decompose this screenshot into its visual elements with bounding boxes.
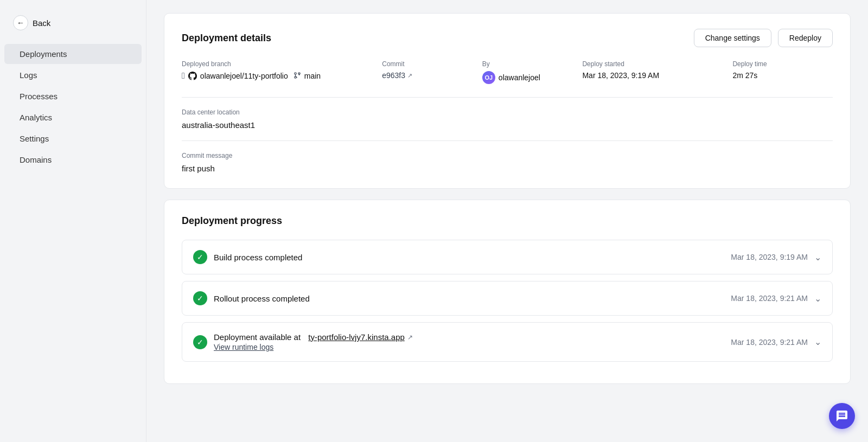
deployment-details-card: Deployment details Change settings Redep… <box>164 13 851 189</box>
rollout-process-right: Mar 18, 2023, 9:21 AM ⌄ <box>731 293 821 304</box>
deployment-available-date: Mar 18, 2023, 9:21 AM <box>731 338 808 347</box>
build-process-date: Mar 18, 2023, 9:19 AM <box>731 253 808 261</box>
avatar: OJ <box>482 71 495 84</box>
change-settings-button[interactable]: Change settings <box>694 29 771 47</box>
deployment-progress-card: Deployment progress ✓ Build process comp… <box>164 200 851 384</box>
deploy-started-col: Deploy started Mar 18, 2023, 9:19 AM <box>582 60 732 84</box>
details-grid: Deployed branch  olawanlejoel/11ty-port… <box>182 60 833 84</box>
build-process-label: Build process completed <box>214 253 302 262</box>
sidebar: ← Back Deployments Logs Processes Analyt… <box>0 0 146 442</box>
sidebar-item-label: Deployments <box>20 49 67 59</box>
build-process-left: ✓ Build process completed <box>193 250 302 264</box>
sidebar-item-deployments[interactable]: Deployments <box>4 44 142 64</box>
github-icon <box>188 72 197 80</box>
svg-point-0 <box>294 72 296 74</box>
sidebar-item-label: Analytics <box>20 113 52 122</box>
commit-label: Commit <box>382 60 482 71</box>
by-label: By <box>482 60 583 71</box>
sidebar-item-label: Settings <box>20 134 49 143</box>
deploy-started-label: Deploy started <box>582 60 732 71</box>
commit-value[interactable]: e963f3 ↗ <box>382 71 482 80</box>
branch-icon <box>293 72 301 81</box>
chat-bubble-button[interactable] <box>829 403 855 429</box>
branch-value: main <box>304 72 321 80</box>
build-process-right: Mar 18, 2023, 9:19 AM ⌄ <box>731 252 821 262</box>
external-link-icon: ↗ <box>407 334 413 341</box>
chevron-down-icon: ⌄ <box>814 252 821 262</box>
by-value: OJ olawanlejoel <box>482 71 583 84</box>
deployment-available-label: Deployment available at <box>214 332 301 342</box>
chevron-down-icon: ⌄ <box>814 337 821 347</box>
deploy-time-value: 2m 27s <box>732 71 833 80</box>
main-content: Deployment details Change settings Redep… <box>146 0 868 442</box>
chat-icon <box>835 409 848 422</box>
build-process-item[interactable]: ✓ Build process completed Mar 18, 2023, … <box>182 240 833 274</box>
external-link-icon: ↗ <box>407 72 412 79</box>
sidebar-item-processes[interactable]: Processes <box>4 86 142 106</box>
sidebar-item-label: Processes <box>20 92 58 101</box>
check-icon-rollout: ✓ <box>193 291 207 305</box>
chevron-down-icon: ⌄ <box>814 293 821 304</box>
deployment-available-right: Mar 18, 2023, 9:21 AM ⌄ <box>731 337 821 347</box>
deployed-branch-label: Deployed branch <box>182 60 382 71</box>
deployment-available-left: ✓ Deployment available at ty-portfolio-l… <box>193 332 413 351</box>
back-label: Back <box>33 18 50 28</box>
deploy-started-value: Mar 18, 2023, 9:19 AM <box>582 71 732 80</box>
divider <box>182 97 833 98</box>
deploy-time-label: Deploy time <box>732 60 833 71</box>
redeploy-button[interactable]: Redeploy <box>778 29 833 47</box>
sidebar-item-settings[interactable]: Settings <box>4 129 142 149</box>
rollout-process-left: ✓ Rollout process completed <box>193 291 310 305</box>
deploy-time-col: Deploy time 2m 27s <box>732 60 833 84</box>
deployed-branch-col: Deployed branch  olawanlejoel/11ty-port… <box>182 60 382 84</box>
deployed-branch-value:  olawanlejoel/11ty-portfolio main <box>182 71 382 81</box>
check-icon-available: ✓ <box>193 335 207 349</box>
card-header: Deployment details Change settings Redep… <box>182 29 833 47</box>
github-icon:  <box>182 71 185 81</box>
data-center-label: Data center location <box>182 108 833 116</box>
deployment-progress-title: Deployment progress <box>182 215 282 227</box>
data-center-section: Data center location australia-southeast… <box>182 108 833 130</box>
sidebar-item-analytics[interactable]: Analytics <box>4 107 142 127</box>
sidebar-item-label: Logs <box>20 71 37 80</box>
commit-col: Commit e963f3 ↗ <box>382 60 482 84</box>
sidebar-item-domains[interactable]: Domains <box>4 150 142 170</box>
deploy-available-link[interactable]: Deployment available at ty-portfolio-lvj… <box>214 332 413 342</box>
deploy-available-content: Deployment available at ty-portfolio-lvj… <box>214 332 413 351</box>
check-icon-build: ✓ <box>193 250 207 264</box>
sidebar-item-label: Domains <box>20 155 52 164</box>
rollout-process-label: Rollout process completed <box>214 294 310 303</box>
by-col: By OJ olawanlejoel <box>482 60 583 84</box>
deployment-url[interactable]: ty-portfolio-lvjy7.kinsta.app <box>308 332 405 342</box>
header-buttons: Change settings Redeploy <box>694 29 833 47</box>
back-arrow-icon: ← <box>13 15 28 30</box>
deployment-available-item[interactable]: ✓ Deployment available at ty-portfolio-l… <box>182 322 833 362</box>
data-center-value: australia-southeast1 <box>182 120 833 130</box>
commit-message-section: Commit message first push <box>182 152 833 173</box>
rollout-process-item[interactable]: ✓ Rollout process completed Mar 18, 2023… <box>182 281 833 316</box>
commit-message-label: Commit message <box>182 152 833 159</box>
view-runtime-logs-link[interactable]: View runtime logs <box>214 343 413 351</box>
sidebar-item-logs[interactable]: Logs <box>4 65 142 85</box>
back-button[interactable]: ← Back <box>0 11 146 35</box>
divider2 <box>182 140 833 141</box>
progress-card-header: Deployment progress <box>182 215 833 227</box>
repo-value: olawanlejoel/11ty-portfolio <box>200 72 288 80</box>
rollout-process-date: Mar 18, 2023, 9:21 AM <box>731 294 808 303</box>
deployment-details-title: Deployment details <box>182 33 271 44</box>
commit-message-value: first push <box>182 164 833 173</box>
